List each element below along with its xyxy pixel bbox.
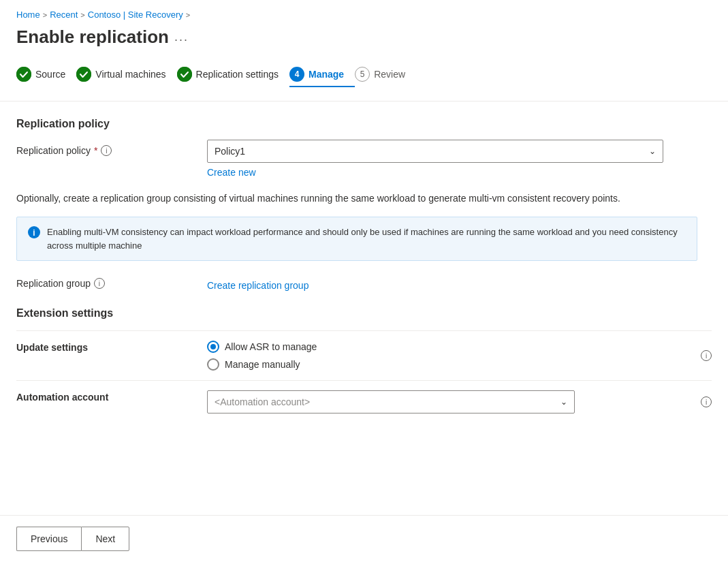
step-manage-label: Manage: [308, 69, 344, 80]
breadcrumb-contoso[interactable]: Contoso | Site Recovery: [88, 10, 183, 20]
update-settings-content: Allow ASR to manage Manage manually: [207, 341, 701, 371]
create-replication-group-link[interactable]: Create replication group: [207, 280, 308, 291]
update-settings-row: Update settings Allow ASR to manage Mana…: [16, 330, 712, 380]
replication-policy-info-icon[interactable]: i: [101, 145, 112, 156]
breadcrumb: Home > Recent > Contoso | Site Recovery …: [0, 0, 728, 24]
update-settings-info-icon[interactable]: i: [701, 350, 712, 361]
breadcrumb-sep1: >: [43, 11, 47, 19]
radio-allow-asr[interactable]: Allow ASR to manage: [207, 341, 701, 353]
create-new-link[interactable]: Create new: [207, 167, 256, 178]
breadcrumb-recent[interactable]: Recent: [50, 10, 78, 20]
step-source[interactable]: Source: [16, 61, 76, 87]
step-source-check-icon: [16, 67, 31, 82]
step-rep-check-icon: [177, 67, 192, 82]
breadcrumb-sep3: >: [186, 11, 190, 19]
step-vm-check-icon: [76, 67, 91, 82]
automation-account-dropdown[interactable]: <Automation account> ⌄: [207, 390, 575, 413]
next-button[interactable]: Next: [81, 527, 129, 551]
footer: Previous Next: [0, 515, 728, 562]
replication-policy-label: Replication policy * i: [16, 140, 207, 156]
automation-account-info-icon[interactable]: i: [701, 396, 712, 407]
automation-dropdown-chevron-icon: ⌄: [560, 397, 567, 407]
step-source-label: Source: [35, 69, 65, 80]
step-manage[interactable]: 4 Manage: [289, 61, 355, 87]
svg-point-2: [177, 67, 192, 82]
replication-policy-row: Replication policy * i Policy1 ⌄ Create …: [16, 140, 712, 178]
description-text: Optionally, create a replication group c…: [16, 191, 684, 206]
step-vm-label: Virtual machines: [95, 69, 165, 80]
automation-account-content: <Automation account> ⌄: [207, 390, 701, 413]
info-box-text: Enabling multi-VM consistency can impact…: [47, 225, 686, 252]
replication-group-label: Replication group i: [16, 278, 207, 289]
info-box-icon: i: [28, 226, 40, 241]
automation-account-placeholder: <Automation account>: [215, 396, 310, 407]
replication-group-row: Replication group i Create replication g…: [16, 276, 712, 291]
dropdown-chevron-icon: ⌄: [649, 146, 656, 156]
previous-button[interactable]: Previous: [16, 527, 81, 551]
svg-text:i: i: [33, 228, 35, 238]
page-title-menu-icon[interactable]: ...: [174, 30, 189, 44]
automation-account-row: Automation account <Automation account> …: [16, 380, 712, 423]
radio-manage-manually-label: Manage manually: [225, 359, 300, 370]
svg-point-0: [16, 67, 31, 82]
wizard-steps: Source Virtual machines Replication sett…: [0, 61, 728, 102]
replication-policy-dropdown-container: Policy1 ⌄ Create new: [207, 140, 663, 178]
radio-manage-manually[interactable]: Manage manually: [207, 358, 701, 371]
step-virtual-machines[interactable]: Virtual machines: [76, 61, 176, 87]
required-indicator: *: [94, 145, 97, 156]
replication-policy-value: Policy1: [215, 146, 245, 157]
svg-point-1: [76, 67, 91, 82]
page-title-row: Enable replication ...: [0, 24, 728, 61]
page-title: Enable replication: [16, 27, 169, 48]
radio-manage-manually-circle: [207, 358, 219, 371]
step-manage-icon: 4: [289, 67, 304, 82]
replication-group-info-icon[interactable]: i: [94, 278, 105, 289]
step-review-label: Review: [374, 69, 405, 80]
update-settings-label: Update settings: [16, 341, 207, 353]
automation-account-label: Automation account: [16, 390, 207, 403]
update-settings-radio-group: Allow ASR to manage Manage manually: [207, 341, 701, 371]
step-review[interactable]: 5 Review: [355, 61, 416, 87]
breadcrumb-sep2: >: [80, 11, 84, 19]
main-content: Replication policy Replication policy * …: [0, 102, 728, 515]
info-box: i Enabling multi-VM consistency can impa…: [16, 217, 697, 261]
step-review-icon: 5: [355, 67, 370, 82]
extension-settings-heading: Extension settings: [16, 307, 712, 319]
replication-policy-heading: Replication policy: [16, 118, 712, 130]
radio-allow-asr-label: Allow ASR to manage: [225, 341, 317, 352]
radio-allow-asr-circle: [207, 341, 219, 353]
breadcrumb-home[interactable]: Home: [16, 10, 40, 20]
replication-policy-dropdown[interactable]: Policy1 ⌄: [207, 140, 663, 163]
step-rep-label: Replication settings: [196, 69, 279, 80]
step-replication-settings[interactable]: Replication settings: [177, 61, 289, 87]
